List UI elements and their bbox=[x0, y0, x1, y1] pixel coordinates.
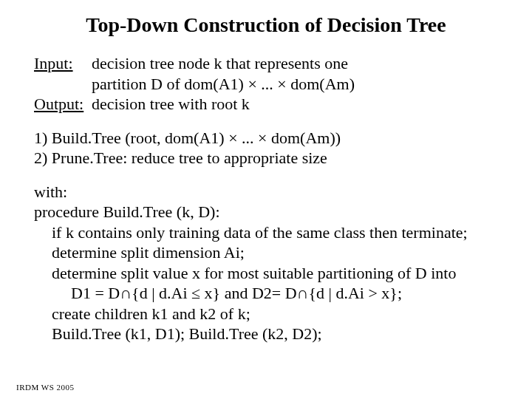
input-label: Input: bbox=[34, 53, 92, 94]
output-text: decision tree with root k bbox=[92, 94, 250, 115]
step-2: 2) Prune.Tree: reduce tree to appropriat… bbox=[34, 148, 498, 168]
proc-line-3: determine split value x for most suitabl… bbox=[34, 263, 498, 284]
proc-line-4: D1 = D∩{d | d.Ai ≤ x} and D2= D∩{d | d.A… bbox=[34, 283, 498, 304]
step-1: 1) Build.Tree (root, dom(A1) × ... × dom… bbox=[34, 128, 498, 149]
procedure-signature: procedure Build.Tree (k, D): bbox=[34, 202, 498, 222]
slide: Top-Down Construction of Decision Tree I… bbox=[0, 0, 532, 399]
input-line-2: partition D of dom(A1) × ... × dom(Am) bbox=[92, 74, 355, 95]
output-row: Output: decision tree with root k bbox=[34, 94, 498, 115]
proc-line-5: create children k1 and k2 of k; bbox=[34, 304, 498, 324]
output-label: Output: bbox=[34, 94, 92, 115]
input-text: decision tree node k that represents one… bbox=[92, 53, 355, 94]
steps-block: 1) Build.Tree (root, dom(A1) × ... × dom… bbox=[34, 128, 498, 168]
io-block: Input: decision tree node k that represe… bbox=[34, 53, 498, 115]
with-label: with: bbox=[34, 182, 498, 202]
slide-title: Top-Down Construction of Decision Tree bbox=[34, 13, 498, 37]
proc-line-6: Build.Tree (k1, D1); Build.Tree (k2, D2)… bbox=[34, 324, 498, 344]
procedure-block: with: procedure Build.Tree (k, D): if k … bbox=[34, 182, 498, 344]
input-line-1: decision tree node k that represents one bbox=[92, 53, 355, 74]
proc-line-2: determine split dimension Ai; bbox=[34, 242, 498, 263]
footer: IRDM WS 2005 bbox=[16, 383, 75, 392]
proc-line-1: if k contains only training data of the … bbox=[34, 222, 498, 243]
input-row: Input: decision tree node k that represe… bbox=[34, 53, 498, 94]
